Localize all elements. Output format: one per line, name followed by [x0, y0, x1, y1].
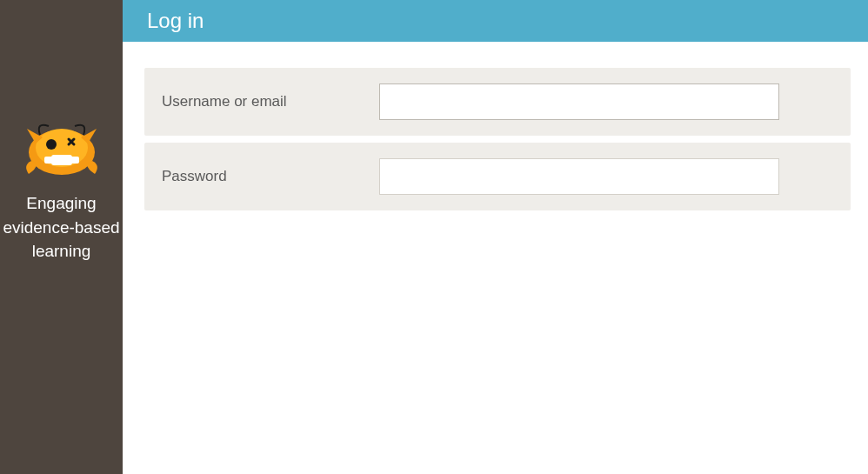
username-row: Username or email [144, 68, 851, 136]
username-input[interactable] [379, 83, 779, 120]
page-header: Log in [123, 0, 868, 42]
main-content: Log in Username or email Password [123, 0, 868, 474]
sidebar: Engaging evidence-based learning [0, 0, 123, 474]
brand-logo [14, 113, 110, 183]
password-input[interactable] [379, 158, 779, 195]
svg-point-2 [46, 139, 57, 150]
svg-rect-5 [70, 157, 79, 164]
svg-rect-4 [44, 157, 53, 164]
svg-rect-3 [51, 155, 72, 165]
username-label: Username or email [162, 93, 379, 110]
password-label: Password [162, 168, 379, 185]
sidebar-tagline: Engaging evidence-based learning [0, 191, 123, 264]
login-form: Username or email Password [123, 42, 868, 217]
password-row: Password [144, 143, 851, 210]
dog-logo-icon [18, 113, 105, 183]
page-title: Log in [147, 9, 204, 33]
